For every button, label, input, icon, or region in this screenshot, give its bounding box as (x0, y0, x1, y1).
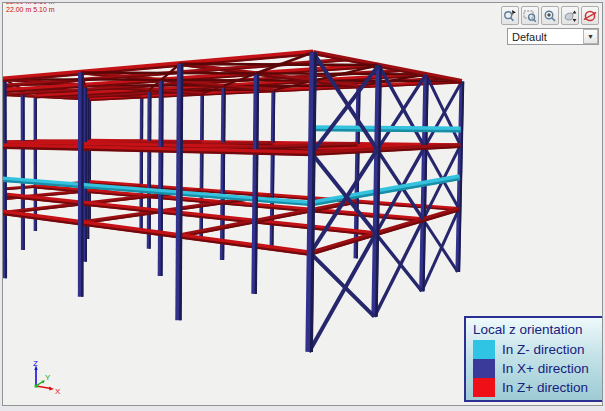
legend-swatch-z-minus (473, 340, 495, 359)
axis-x-label: X (55, 387, 61, 396)
zoom-window-button[interactable] (521, 6, 539, 25)
axis-y-label: Y (45, 373, 51, 382)
legend-swatch-z-plus (473, 378, 495, 397)
view-selector[interactable]: Default ▼ (507, 28, 599, 45)
legend-label-x-plus: In X+ direction (495, 361, 589, 376)
legend-item: In Z+ direction (466, 378, 603, 397)
zoom-dynamic-button[interactable] (561, 6, 579, 25)
view-selector-drop-button[interactable]: ▼ (583, 29, 598, 44)
rotate-view-button[interactable] (581, 6, 599, 25)
rstab-graphics-window: { "window": { "canvas_background": "#f1f… (0, 0, 605, 411)
zoom-in-icon (543, 9, 557, 23)
legend-item: In X+ direction (466, 359, 603, 378)
legend-swatch-x-plus (473, 359, 495, 378)
dynamic-zoom-icon (563, 9, 577, 23)
view-toolbar (501, 6, 599, 25)
legend-label-z-minus: In Z- direction (495, 342, 585, 357)
view-selector-value: Default (508, 31, 583, 43)
axis-origin-node (35, 385, 38, 388)
legend-title: Local z orientation (466, 318, 603, 340)
axis-triad: Z X Y (25, 357, 67, 401)
model-viewport[interactable]: 22.00 m 5.10 m22.00 m 5.10 m (2, 2, 603, 406)
chevron-down-icon: ▼ (587, 33, 594, 40)
axis-x-arrowhead (49, 387, 54, 391)
legend-item: In Z- direction (466, 340, 603, 359)
legend-label-z-plus: In Z+ direction (495, 380, 588, 395)
zoom-window-icon (523, 9, 537, 23)
dimension-overlay-line: 22.00 m 5.10 m (6, 6, 55, 14)
zoom-in-button[interactable] (541, 6, 559, 25)
zoom-button[interactable] (501, 6, 519, 25)
rotate-view-icon (583, 9, 597, 23)
legend-panel: Local z orientation In Z- direction In X… (464, 316, 603, 402)
zoom-cursor-icon (503, 9, 517, 23)
axis-x-arrow (36, 386, 51, 389)
dimension-overlay: 22.00 m 5.10 m22.00 m 5.10 m (6, 2, 55, 14)
